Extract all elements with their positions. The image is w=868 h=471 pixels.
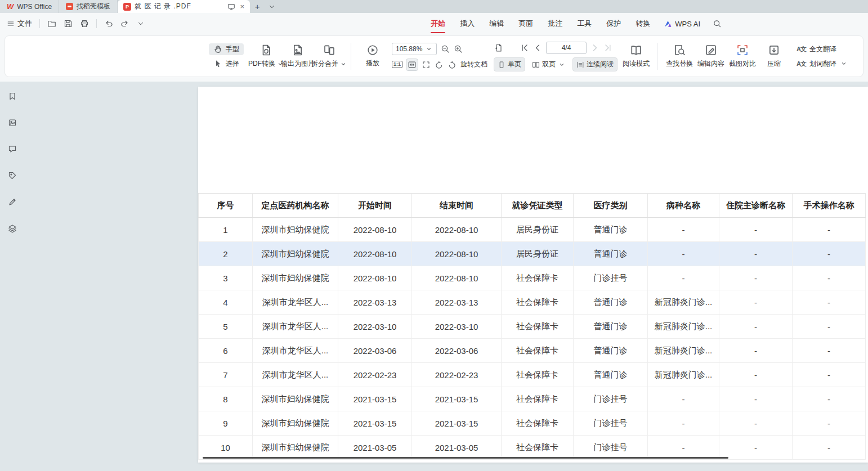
table-cell: 2022-08-10 [412, 266, 502, 290]
tab-label: 就 医 记 录 .PDF [135, 2, 224, 11]
menu-tab-home[interactable]: 开始 [425, 13, 451, 34]
new-tab-button[interactable]: + [250, 0, 265, 13]
close-tab-icon[interactable]: × [240, 2, 244, 11]
menu-tab-convert[interactable]: 转换 [630, 13, 656, 34]
horizontal-scrollbar[interactable] [203, 457, 728, 459]
redo-icon[interactable] [120, 19, 129, 28]
window-tab-bar: W WPS Office 找稻壳模板 P 就 医 记 录 .PDF × + [0, 0, 868, 13]
rotate-document-button[interactable]: 旋转文档 [460, 60, 487, 69]
play-button[interactable]: 播放 [357, 43, 388, 69]
pdf-convert-button[interactable]: PDF转换 [250, 43, 282, 70]
rotate-right-icon[interactable] [448, 60, 457, 69]
menu-tab-protect[interactable]: 保护 [601, 13, 627, 34]
double-page-button[interactable]: 双页 [529, 58, 569, 71]
reading-mode-button[interactable]: 阅读模式 [620, 43, 652, 70]
table-cell: - [793, 242, 866, 266]
continuous-reading-button[interactable]: 连续阅读 [573, 58, 617, 71]
table-cell: 2021-03-15 [338, 411, 412, 436]
tab-docer-templates[interactable]: 找稻壳模板 [59, 0, 118, 13]
single-page-button[interactable]: 单页 [494, 58, 525, 71]
sidebar-comments-button[interactable] [5, 142, 20, 156]
pdf-file-icon: P [123, 3, 131, 11]
word-translation-button[interactable]: A文 划词翻译 [792, 58, 852, 70]
menu-tab-comment[interactable]: 批注 [542, 13, 568, 34]
select-tool-button[interactable]: 选择 [209, 58, 244, 70]
table-cell: 9 [199, 411, 253, 436]
fit-width-button[interactable] [406, 59, 418, 70]
wps-ai-button[interactable]: WPS AI [659, 20, 705, 28]
divider [351, 43, 351, 70]
full-translation-button[interactable]: A文 全文翻译 [792, 43, 852, 55]
tab-wps-office[interactable]: W WPS Office [0, 0, 59, 13]
fit-page-icon[interactable] [422, 60, 431, 69]
more-commands-chevron-icon[interactable] [137, 20, 145, 28]
table-cell: 普通门诊 [574, 363, 648, 387]
find-replace-button[interactable]: 查找替换 [664, 43, 695, 70]
table-body: 1深圳市妇幼保健院2022-08-102022-08-10居民身份证普通门诊--… [199, 218, 866, 460]
sidebar-layers-button[interactable] [5, 222, 20, 235]
last-page-icon[interactable] [603, 43, 612, 52]
screenshot-compare-button[interactable]: 截图对比 [727, 43, 758, 70]
zoom-in-icon[interactable] [454, 44, 463, 53]
tab-list-chevron-icon[interactable] [265, 0, 279, 13]
sidebar-tags-button[interactable] [5, 169, 20, 182]
prev-page-icon[interactable] [533, 43, 542, 52]
table-cell: 普通门诊 [574, 315, 648, 339]
zoom-out-icon[interactable] [441, 44, 450, 53]
actual-size-button[interactable]: 1:1 [392, 61, 402, 68]
hand-tool-button[interactable]: 手型 [209, 43, 244, 55]
table-cell: 2021-03-15 [338, 387, 412, 411]
save-icon[interactable] [64, 19, 73, 28]
page-flip-icon[interactable] [494, 43, 503, 52]
tab-document-pdf[interactable]: P 就 医 记 录 .PDF × [118, 0, 250, 13]
sidebar-thumbnails-button[interactable] [5, 116, 20, 129]
single-page-label: 单页 [508, 60, 521, 69]
table-cell: 2022-03-06 [412, 339, 502, 363]
sidebar-signature-button[interactable] [5, 195, 20, 209]
ribbon-wrap: 手型 选择 PDF转换 输出为图片 拆分合并 播放 [0, 34, 868, 82]
undo-icon[interactable] [104, 19, 113, 28]
edit-content-button[interactable]: 编辑内容 [695, 43, 727, 70]
table-cell: - [648, 411, 719, 436]
print-icon[interactable] [80, 19, 89, 28]
table-cell: 社会保障卡 [502, 363, 574, 387]
table-cell: 深圳市妇幼保健院 [253, 218, 338, 242]
table-cell: - [648, 387, 719, 411]
screen-share-icon[interactable] [227, 3, 235, 11]
sidebar-bookmark-button[interactable] [5, 89, 20, 103]
open-folder-icon[interactable] [47, 19, 56, 28]
pdf-convert-icon [260, 44, 272, 56]
hand-tool-label: 手型 [226, 44, 239, 54]
split-merge-button[interactable]: 拆分合并 [314, 43, 345, 70]
menu-tab-edit[interactable]: 编辑 [484, 13, 509, 34]
search-button[interactable] [708, 19, 726, 28]
medical-records-table: 序号定点医药机构名称开始时间结束时间就诊凭证类型医疗类别病种名称住院主诊断名称手… [198, 193, 866, 460]
table-cell: - [793, 363, 866, 387]
find-replace-icon [673, 44, 686, 56]
table-cell: - [793, 315, 866, 339]
first-page-icon[interactable] [520, 43, 529, 52]
table-cell: 3 [199, 266, 253, 290]
table-cell: 1 [199, 218, 253, 242]
sidebar-rail [0, 89, 25, 235]
next-page-icon[interactable] [590, 43, 599, 52]
word-translation-icon: A文 [797, 61, 806, 67]
ribbon-tabs: 开始 插入 编辑 页面 批注 工具 保护 转换 WPS AI [425, 13, 726, 34]
rotate-left-icon[interactable] [435, 60, 444, 69]
play-label: 播放 [366, 59, 379, 68]
file-menu-button[interactable]: 文件 [7, 19, 32, 29]
menu-tab-page[interactable]: 页面 [513, 13, 539, 34]
menu-tab-insert[interactable]: 插入 [454, 13, 480, 34]
compress-button[interactable]: 压缩 [758, 43, 790, 70]
word-translation-label: 划词翻译 [809, 59, 836, 69]
table-cell: 社会保障卡 [502, 411, 574, 436]
table-cell: 7 [199, 363, 253, 387]
hamburger-icon [7, 20, 15, 28]
export-image-button[interactable]: 输出为图片 [282, 43, 314, 70]
page-indicator-input[interactable]: 4/4 [546, 42, 587, 54]
table-cell: 门诊挂号 [574, 266, 648, 290]
table-cell: 普通门诊 [574, 290, 648, 315]
menu-tab-tools[interactable]: 工具 [571, 13, 597, 34]
file-menu-label: 文件 [17, 19, 32, 29]
zoom-level-select[interactable]: 105.88% [392, 43, 437, 55]
